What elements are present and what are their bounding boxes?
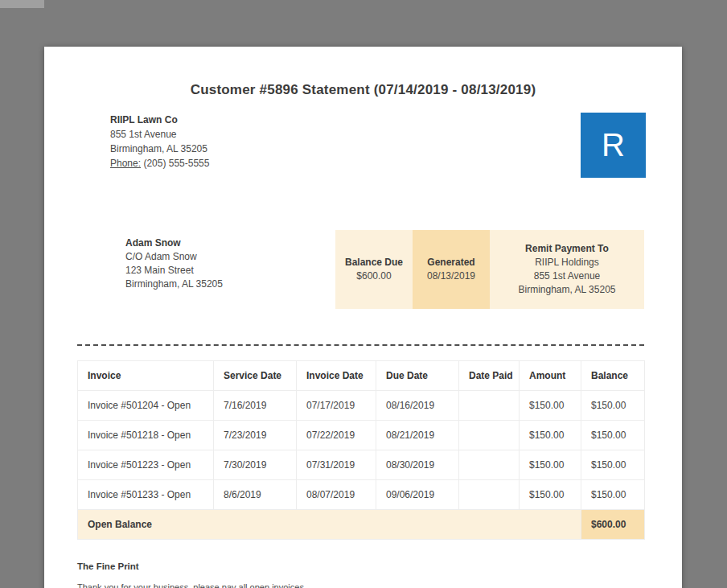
generated-cell: Generated 08/13/2019 (413, 230, 490, 309)
company-phone: Phone: (205) 555-5555 (110, 156, 209, 171)
balance-due-value: $600.00 (356, 269, 391, 283)
table-row: Invoice #501233 - Open 8/6/2019 08/07/20… (78, 480, 645, 510)
statement-header: RIIPL Lawn Co 855 1st Avenue Birmingham,… (110, 113, 646, 178)
cell-invoice: Invoice #501218 - Open (78, 421, 214, 450)
open-balance-total: $600.00 (581, 510, 645, 540)
invoice-table: Invoice Service Date Invoice Date Due Da… (77, 360, 645, 540)
cell-amount: $150.00 (520, 391, 581, 421)
cell-amount: $150.00 (520, 480, 581, 510)
balance-due-label: Balance Due (345, 256, 403, 269)
fine-print-body: Thank you for your business, please pay … (77, 582, 644, 588)
payment-summary: Balance Due $600.00 Generated 08/13/2019… (335, 230, 644, 309)
cell-invoice-date: 07/22/2019 (297, 421, 376, 450)
cell-date-paid (459, 421, 520, 450)
col-header-invoice: Invoice (78, 361, 214, 391)
generated-value: 08/13/2019 (427, 269, 475, 283)
remit-label: Remit Payment To (525, 242, 609, 256)
col-header-date-paid: Date Paid (459, 361, 520, 391)
col-header-invoice-date: Invoice Date (297, 361, 376, 391)
col-header-due-date: Due Date (376, 361, 459, 391)
company-logo-icon: R (581, 113, 646, 178)
remit-line1: RIIPL Holdings (535, 256, 599, 269)
table-row: Invoice #501204 - Open 7/16/2019 07/17/2… (78, 391, 645, 421)
fine-print-heading: The Fine Print (77, 561, 644, 571)
open-balance-label: Open Balance (78, 510, 581, 540)
cell-service-date: 7/30/2019 (214, 450, 297, 480)
cell-invoice-date: 07/17/2019 (297, 391, 376, 421)
cell-amount: $150.00 (520, 450, 581, 480)
recipient-name: Adam Snow (125, 236, 223, 250)
col-header-amount: Amount (520, 361, 581, 391)
col-header-service-date: Service Date (214, 361, 297, 391)
viewer-scrollbar-corner (0, 0, 44, 8)
statement-page: Customer #5896 Statement (07/14/2019 - 0… (44, 47, 682, 588)
company-address-line2: Birmingham, AL 35205 (110, 142, 209, 156)
balance-due-cell: Balance Due $600.00 (335, 230, 413, 309)
recipient-line1: C/O Adam Snow (125, 250, 223, 264)
open-balance-row: Open Balance $600.00 (78, 510, 645, 540)
remit-line2: 855 1st Avenue (534, 269, 601, 283)
billing-section: Adam Snow C/O Adam Snow 123 Main Street … (125, 230, 644, 309)
cell-due-date: 08/16/2019 (376, 391, 459, 421)
cell-service-date: 7/23/2019 (214, 421, 297, 450)
table-row: Invoice #501223 - Open 7/30/2019 07/31/2… (78, 450, 645, 480)
document-viewer: Customer #5896 Statement (07/14/2019 - 0… (0, 0, 727, 588)
cell-invoice-date: 08/07/2019 (297, 480, 376, 510)
cell-invoice-date: 07/31/2019 (297, 450, 376, 480)
remit-payment-cell: Remit Payment To RIIPL Holdings 855 1st … (490, 230, 644, 309)
cell-amount: $150.00 (520, 421, 581, 450)
cell-invoice: Invoice #501223 - Open (78, 450, 214, 480)
page-title: Customer #5896 Statement (07/14/2019 - 0… (44, 47, 682, 98)
dashed-divider (77, 344, 644, 346)
phone-number: (205) 555-5555 (143, 158, 209, 169)
cell-balance: $150.00 (581, 421, 645, 450)
remit-line3: Birmingham, AL 35205 (519, 283, 616, 297)
cell-invoice: Invoice #501233 - Open (78, 480, 214, 510)
cell-service-date: 7/16/2019 (214, 391, 297, 421)
cell-due-date: 08/21/2019 (376, 421, 459, 450)
company-info: RIIPL Lawn Co 855 1st Avenue Birmingham,… (110, 113, 209, 171)
cell-balance: $150.00 (581, 480, 645, 510)
cell-balance: $150.00 (581, 391, 645, 421)
cell-balance: $150.00 (581, 450, 645, 480)
cell-due-date: 08/30/2019 (376, 450, 459, 480)
cell-date-paid (459, 391, 520, 421)
cell-date-paid (459, 450, 520, 480)
fine-print-section: The Fine Print Thank you for your busine… (77, 561, 644, 588)
recipient-line3: Birmingham, AL 35205 (125, 278, 223, 291)
phone-label: Phone: (110, 158, 141, 169)
cell-invoice: Invoice #501204 - Open (78, 391, 214, 421)
company-name: RIIPL Lawn Co (110, 113, 209, 127)
cell-date-paid (459, 480, 520, 510)
cell-due-date: 09/06/2019 (376, 480, 459, 510)
company-address-line1: 855 1st Avenue (110, 127, 209, 142)
table-row: Invoice #501218 - Open 7/23/2019 07/22/2… (78, 421, 645, 450)
recipient-address: Adam Snow C/O Adam Snow 123 Main Street … (125, 230, 223, 291)
col-header-balance: Balance (581, 361, 645, 391)
cell-service-date: 8/6/2019 (214, 480, 297, 510)
generated-label: Generated (427, 256, 474, 269)
recipient-line2: 123 Main Street (125, 264, 223, 278)
table-header-row: Invoice Service Date Invoice Date Due Da… (78, 361, 645, 391)
